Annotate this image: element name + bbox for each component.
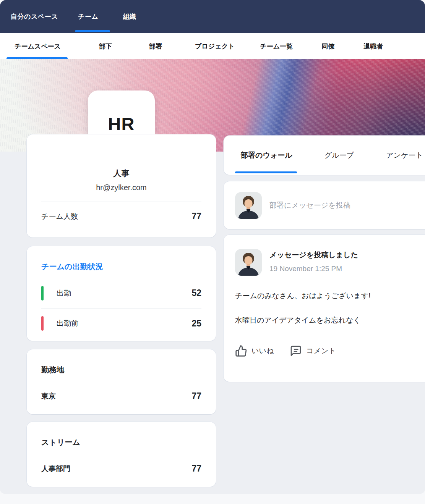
location-value: 77 <box>191 391 201 401</box>
location-row[interactable]: 東京 77 <box>41 391 201 401</box>
post-author-avatar-illustration <box>235 249 262 276</box>
user-avatar-illustration <box>235 192 262 219</box>
tab-groups[interactable]: グループ <box>324 150 354 160</box>
post-composer[interactable]: 部署にメッセージを投稿 <box>224 181 425 229</box>
team-email: hr@zylker.com <box>27 183 216 192</box>
post-title: メッセージを投稿しました <box>269 250 358 260</box>
post-header-text: メッセージを投稿しました 19 November 1:25 PM <box>269 249 358 276</box>
tab-department-wall[interactable]: 部署のウォール <box>241 150 292 160</box>
comment-icon <box>290 345 302 357</box>
stream-label: 人事部門 <box>41 464 70 474</box>
thumbs-up-icon <box>235 345 247 357</box>
post-body-line: 水曜日のアイデアタイムをお忘れなく <box>235 315 425 325</box>
tab-team[interactable]: チーム <box>78 12 98 21</box>
team-profile-card: 人事 hr@zylker.com チーム人数 77 <box>27 134 216 237</box>
tab-department[interactable]: 部署 <box>149 42 162 51</box>
post-author-avatar[interactable] <box>235 249 262 276</box>
tab-colleagues[interactable]: 同僚 <box>321 42 334 51</box>
stream-row[interactable]: 人事部門 77 <box>41 464 201 474</box>
present-value: 52 <box>191 288 201 298</box>
team-count-row: チーム人数 77 <box>41 211 201 221</box>
team-count-label: チーム人数 <box>41 212 78 221</box>
stream-title: ストリーム <box>41 437 201 447</box>
yet-to-checkin-label: 出勤前 <box>57 318 78 328</box>
comment-label: コメント <box>306 346 336 356</box>
tab-subordinates[interactable]: 部下 <box>99 42 112 51</box>
attendance-row-yet-to-checkin[interactable]: 出勤前 25 <box>41 308 201 338</box>
location-label: 東京 <box>41 391 56 401</box>
yet-to-checkin-value: 25 <box>191 318 201 329</box>
post-timestamp: 19 November 1:25 PM <box>269 265 358 273</box>
wall-tabs-card: 部署のウォール グループ アンケート <box>224 136 425 175</box>
post-actions: いいね コメント <box>235 345 425 357</box>
team-avatar-initials: HR <box>108 113 135 134</box>
yet-to-checkin-status-bar <box>41 316 44 331</box>
tab-ex-employees[interactable]: 退職者 <box>363 42 383 51</box>
present-label: 出勤 <box>57 288 71 298</box>
like-label: いいね <box>251 346 274 356</box>
divider <box>41 202 201 202</box>
tab-my-space[interactable]: 自分のスペース <box>11 12 58 21</box>
active-tab-indicator <box>75 30 110 32</box>
team-attendance-card: チームの出勤状況 出勤 52 出勤前 25 <box>27 246 216 341</box>
location-title: 勤務地 <box>41 365 201 375</box>
like-button[interactable]: いいね <box>235 345 274 357</box>
tab-projects[interactable]: プロジェクト <box>195 42 235 51</box>
wall-post: メッセージを投稿しました 19 November 1:25 PM チームのみなさ… <box>224 235 425 382</box>
tab-team-space[interactable]: チームスペース <box>15 42 61 51</box>
attendance-rows: 出勤 52 出勤前 25 <box>41 278 201 338</box>
composer-placeholder: 部署にメッセージを投稿 <box>269 200 350 210</box>
present-status-bar <box>41 286 44 300</box>
primary-nav: 自分のスペース チーム 組織 <box>0 0 425 33</box>
user-avatar <box>235 192 262 219</box>
work-location-card: 勤務地 東京 77 <box>27 349 216 414</box>
secondary-nav: チームスペース 部下 部署 プロジェクト チーム一覧 同僚 退職者 <box>0 33 425 59</box>
team-space-page: 自分のスペース チーム 組織 チームスペース 部下 部署 プロジェクト チーム一… <box>0 0 425 504</box>
tab-organization[interactable]: 組織 <box>123 12 136 21</box>
stream-card: ストリーム 人事部門 77 <box>27 422 216 487</box>
stream-value: 77 <box>191 464 201 474</box>
post-body-line: チームのみなさん、おはようございます! <box>235 291 425 301</box>
tab-surveys[interactable]: アンケート <box>386 150 423 160</box>
active-wall-tab-indicator <box>235 171 297 173</box>
comment-button[interactable]: コメント <box>290 345 336 357</box>
team-count-value: 77 <box>191 211 201 221</box>
attendance-title[interactable]: チームの出勤状況 <box>41 262 201 272</box>
post-body: チームのみなさん、おはようございます! 水曜日のアイデアタイムをお忘れなく <box>235 291 425 325</box>
tab-team-list[interactable]: チーム一覧 <box>260 42 293 51</box>
team-name: 人事 <box>27 168 216 179</box>
post-header: メッセージを投稿しました 19 November 1:25 PM <box>235 249 425 276</box>
attendance-row-present[interactable]: 出勤 52 <box>41 278 201 308</box>
